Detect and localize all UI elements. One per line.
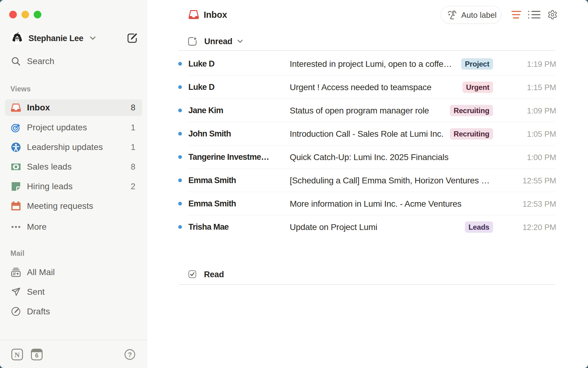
svg-text:6: 6 bbox=[35, 352, 38, 359]
svg-text:?: ? bbox=[128, 351, 132, 358]
svg-text:N: N bbox=[14, 351, 20, 359]
